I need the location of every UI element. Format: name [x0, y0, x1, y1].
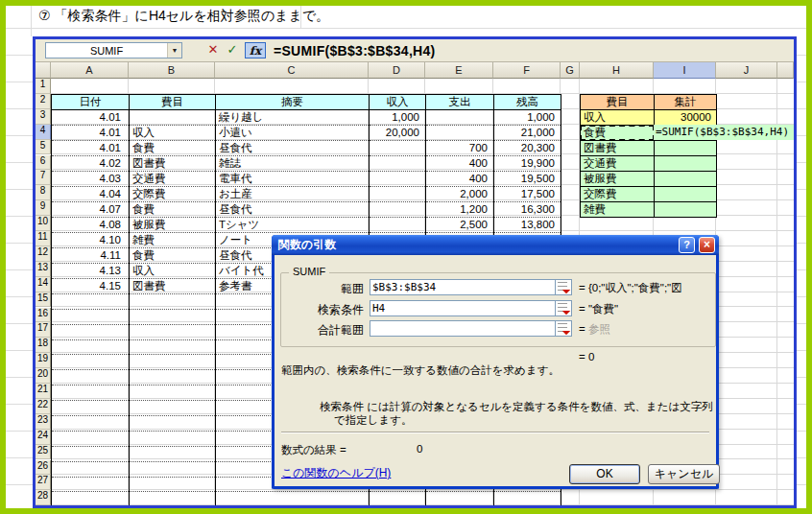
cell[interactable]: 4.08: [52, 217, 130, 232]
close-icon[interactable]: ×: [699, 237, 715, 253]
cell[interactable]: [370, 171, 426, 186]
row-header-13[interactable]: 13: [36, 262, 51, 277]
cell[interactable]: [130, 446, 216, 461]
cell[interactable]: 19,900: [494, 155, 561, 171]
ledger-column-header[interactable]: 日付: [52, 94, 130, 109]
row-header-23[interactable]: 23: [36, 414, 51, 430]
ledger-column-header[interactable]: 費目: [130, 94, 216, 109]
cell[interactable]: 被服費: [581, 171, 655, 186]
cell[interactable]: 16,300: [494, 201, 561, 217]
collapse-dialog-icon[interactable]: [555, 321, 571, 336]
cell[interactable]: 食費: [130, 201, 216, 217]
cell[interactable]: [426, 125, 494, 140]
row-header-22[interactable]: 22: [36, 399, 51, 414]
cell[interactable]: 700: [426, 140, 494, 155]
cell-I4-edit-formula[interactable]: =SUMIF($B$3:$B$34,H4): [654, 125, 794, 140]
row-header-27[interactable]: 27: [36, 475, 51, 490]
cell[interactable]: [52, 461, 130, 477]
cell[interactable]: 4.07: [52, 201, 130, 217]
range-input[interactable]: [370, 280, 560, 294]
cell[interactable]: 400: [426, 171, 494, 186]
cell[interactable]: [130, 293, 216, 309]
cell[interactable]: [370, 201, 426, 217]
cell[interactable]: [130, 416, 216, 432]
cell[interactable]: 食費: [130, 140, 216, 155]
row-header-19[interactable]: 19: [36, 353, 51, 368]
cell[interactable]: [370, 217, 426, 232]
cell[interactable]: [370, 155, 426, 171]
cell[interactable]: 4.02: [52, 155, 130, 171]
column-header-partial[interactable]: [777, 62, 794, 79]
cell[interactable]: 1,200: [426, 201, 494, 217]
row-header-2[interactable]: 2: [36, 94, 51, 109]
cell[interactable]: [426, 492, 494, 505]
name-box[interactable]: SUMIF ▼: [45, 42, 182, 58]
cell[interactable]: [370, 186, 426, 201]
cell[interactable]: 20,300: [494, 140, 561, 155]
cell[interactable]: 21,000: [494, 125, 561, 140]
formula-bar-input[interactable]: =SUMIF($B$3:$B$34,H4): [274, 43, 436, 58]
cell[interactable]: [130, 461, 216, 477]
row-header-15[interactable]: 15: [36, 292, 51, 308]
cell[interactable]: 4.01: [52, 109, 130, 125]
cell[interactable]: [130, 386, 216, 401]
enter-entry-icon[interactable]: ✓: [224, 42, 241, 58]
cell[interactable]: 4.01: [52, 140, 130, 155]
cell[interactable]: 4.11: [52, 247, 130, 263]
cell[interactable]: [52, 477, 130, 492]
column-header-I[interactable]: I: [654, 62, 716, 79]
summary-column-header[interactable]: 費目: [581, 94, 655, 109]
cell[interactable]: [52, 309, 130, 324]
cell[interactable]: 図書費: [581, 140, 655, 155]
row-header-10[interactable]: 10: [36, 216, 51, 231]
criteria-input[interactable]: [370, 301, 560, 315]
cell[interactable]: 20,000: [370, 125, 426, 140]
row-header-28[interactable]: 28: [36, 490, 51, 505]
ledger-column-header[interactable]: 収入: [370, 94, 426, 109]
cell[interactable]: [130, 431, 216, 446]
cell[interactable]: 4.04: [52, 186, 130, 201]
cell[interactable]: [655, 186, 717, 201]
row-header-5[interactable]: 5: [36, 140, 51, 155]
cell[interactable]: 雑誌: [216, 155, 370, 171]
row-header-25[interactable]: 25: [36, 445, 51, 460]
cell[interactable]: Tシャツ: [216, 217, 370, 232]
cell[interactable]: [426, 109, 494, 125]
cell[interactable]: 収入: [130, 263, 216, 278]
cell[interactable]: 雑費: [130, 232, 216, 247]
collapse-dialog-icon[interactable]: [555, 280, 571, 294]
row-header-26[interactable]: 26: [36, 460, 51, 476]
cell[interactable]: [52, 416, 130, 432]
cell[interactable]: [52, 401, 130, 416]
cell[interactable]: [130, 339, 216, 355]
row-header-4[interactable]: 4: [36, 125, 51, 140]
cell[interactable]: 図書費: [130, 278, 216, 293]
cell[interactable]: [370, 140, 426, 155]
cell[interactable]: [370, 492, 426, 505]
row-header-3[interactable]: 3: [36, 109, 51, 125]
cell[interactable]: 400: [426, 155, 494, 171]
cell[interactable]: [494, 492, 561, 505]
row-header-12[interactable]: 12: [36, 246, 51, 262]
cell[interactable]: [655, 201, 717, 217]
cell[interactable]: 13,800: [494, 217, 561, 232]
cell[interactable]: 1,000: [494, 109, 561, 125]
cell[interactable]: [216, 492, 370, 505]
cell[interactable]: [52, 386, 130, 401]
cell[interactable]: [130, 477, 216, 492]
cell[interactable]: 交通費: [130, 171, 216, 186]
cancel-entry-icon[interactable]: ✕: [204, 42, 222, 58]
cell[interactable]: 電車代: [216, 171, 370, 186]
insert-function-button[interactable]: fx: [245, 42, 266, 58]
row-header-9[interactable]: 9: [36, 200, 51, 216]
cell[interactable]: 交通費: [581, 155, 655, 171]
cell[interactable]: [130, 355, 216, 370]
cell[interactable]: [52, 293, 130, 309]
column-header-G[interactable]: G: [561, 62, 580, 79]
cell[interactable]: [130, 109, 216, 125]
cell[interactable]: 2,500: [426, 217, 494, 232]
row-header-21[interactable]: 21: [36, 384, 51, 399]
row-header-18[interactable]: 18: [36, 338, 51, 353]
cell[interactable]: [52, 446, 130, 461]
summary-column-header[interactable]: 集計: [655, 94, 717, 109]
